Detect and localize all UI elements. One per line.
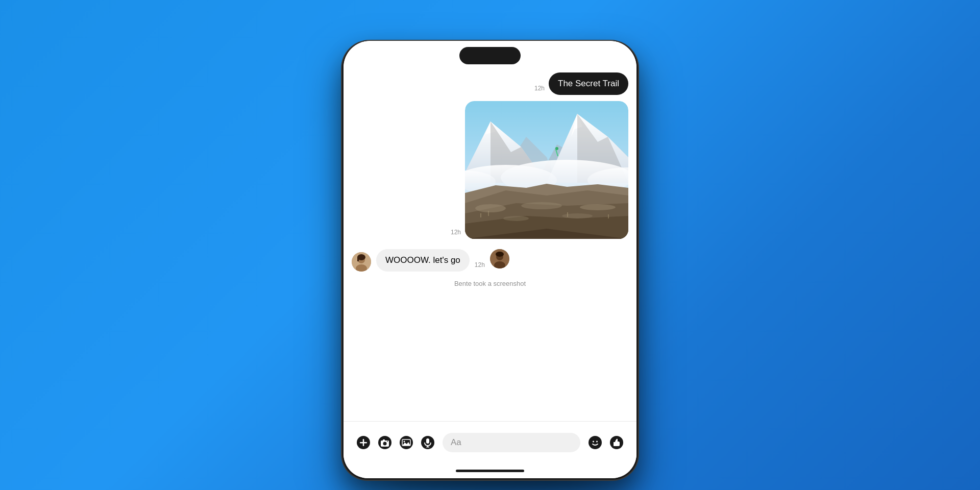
- avatar-right-img: [490, 249, 509, 268]
- emoji-button[interactable]: [584, 432, 606, 453]
- msg1-time: 12h: [534, 85, 545, 92]
- mic-icon: [421, 435, 435, 450]
- svg-rect-54: [426, 447, 429, 448]
- svg-point-47: [400, 436, 413, 449]
- svg-point-20: [521, 202, 562, 209]
- chat-image: [465, 101, 628, 239]
- phone-screen: 9:41 AM 12h The Secret Trail 12h: [344, 41, 636, 478]
- mountain-svg: [465, 101, 628, 239]
- msg3-time: 12h: [475, 261, 485, 268]
- chat-area: 12h The Secret Trail 12h: [344, 68, 636, 421]
- thumbsup-icon: [609, 435, 624, 450]
- svg-rect-45: [383, 439, 385, 441]
- avatar-left-img: [352, 252, 371, 272]
- plus-icon: [356, 435, 371, 450]
- screenshot-notice: Bente took a screenshot: [352, 280, 628, 287]
- photo-icon: [399, 435, 413, 450]
- svg-point-38: [496, 252, 504, 257]
- svg-rect-34: [357, 257, 359, 261]
- input-placeholder: Aa: [451, 437, 461, 448]
- svg-point-49: [404, 440, 405, 442]
- toolbar: Aa: [344, 421, 636, 463]
- svg-rect-24: [480, 213, 481, 217]
- svg-point-44: [383, 442, 387, 445]
- dynamic-island: [459, 47, 521, 64]
- svg-point-21: [580, 204, 616, 210]
- svg-point-22: [503, 216, 529, 221]
- like-button[interactable]: [606, 432, 627, 453]
- bubble-woooow: WOOOOW. let's go: [376, 249, 470, 272]
- photo-button[interactable]: [396, 432, 417, 453]
- message-right-text: 12h The Secret Trail: [352, 72, 628, 95]
- svg-rect-26: [567, 212, 568, 217]
- camera-icon: [378, 435, 392, 450]
- message-left-row: WOOOOW. let's go 12h: [352, 249, 628, 272]
- message-image-row: 12h: [352, 101, 628, 239]
- mic-button[interactable]: [417, 432, 438, 453]
- plus-button[interactable]: [353, 432, 374, 453]
- svg-point-29: [555, 147, 558, 150]
- svg-point-56: [593, 440, 594, 442]
- bubble-secret-trail: The Secret Trail: [549, 72, 628, 95]
- avatar-right: [490, 249, 509, 268]
- home-bar: [456, 470, 524, 472]
- camera-button[interactable]: [374, 432, 396, 453]
- svg-point-57: [596, 440, 598, 442]
- svg-rect-41: [363, 439, 364, 446]
- svg-point-46: [387, 440, 388, 442]
- emoji-icon: [588, 435, 602, 450]
- home-indicator: [344, 463, 636, 478]
- phone-frame: 9:41 AM 12h The Secret Trail 12h: [342, 41, 638, 480]
- messages-container: 12h The Secret Trail 12h: [352, 72, 628, 421]
- msg2-time: 12h: [451, 229, 461, 236]
- svg-point-19: [475, 204, 506, 212]
- svg-point-23: [562, 213, 593, 218]
- svg-point-55: [589, 436, 602, 449]
- svg-rect-25: [488, 211, 489, 216]
- message-input[interactable]: Aa: [443, 433, 580, 452]
- svg-rect-27: [608, 214, 609, 218]
- svg-rect-52: [426, 438, 429, 444]
- phone-wrapper: 9:41 AM 12h The Secret Trail 12h: [342, 10, 638, 480]
- avatar-left: [352, 252, 371, 272]
